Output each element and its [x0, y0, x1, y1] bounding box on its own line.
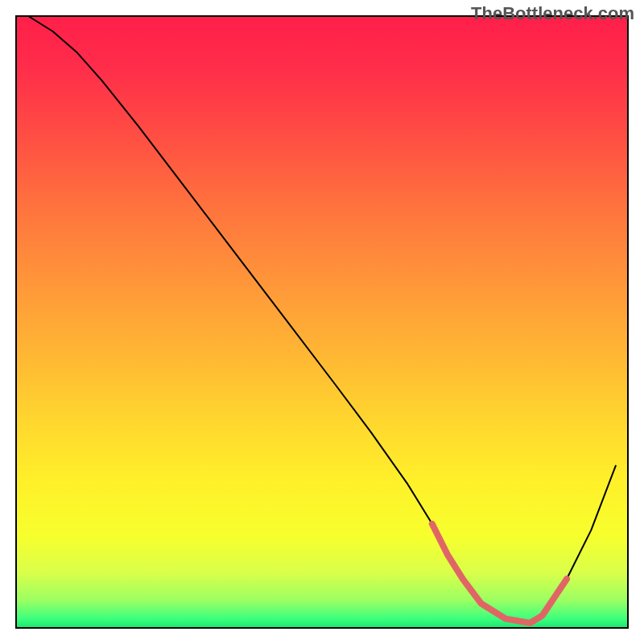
watermark-text: TheBottleneck.com: [471, 3, 634, 24]
plot-area: [16, 16, 628, 628]
chart-container: TheBottleneck.com: [0, 0, 644, 644]
bottleneck-chart: [0, 0, 644, 644]
